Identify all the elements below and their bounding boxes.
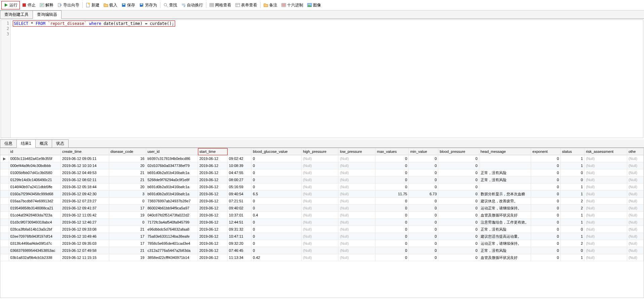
cell-blood_pressure[interactable]: 0	[438, 226, 479, 233]
cell-max_values[interactable]: 0	[375, 183, 409, 191]
cell-high_pressure[interactable]: (Null)	[301, 212, 338, 219]
cell-othe[interactable]: (Null)	[627, 205, 643, 212]
cell-risk_assessment[interactable]: (Null)	[585, 169, 627, 176]
cell-min_value[interactable]: 0	[409, 240, 438, 247]
cell-create_time[interactable]: 2019-06-12 04:49:53	[61, 169, 109, 176]
table-row[interactable]: 03b1a832af9b4cb1b23382019-06-12 11:15:15…	[0, 254, 644, 261]
cell-status[interactable]: 1	[560, 191, 584, 198]
cell-blood_pressure[interactable]: 0	[438, 155, 479, 162]
cell-rowmark[interactable]: 10:37:01	[228, 212, 251, 219]
cell-othe[interactable]: (Null)	[627, 198, 643, 205]
new-button[interactable]: 新建	[84, 1, 102, 9]
cell-id[interactable]: 01d3c9f0730949318abc4	[9, 219, 61, 226]
cell-exponent[interactable]: 0	[531, 247, 561, 254]
cell-othe[interactable]: (Null)	[627, 169, 643, 176]
cell-disease_code[interactable]: 0	[109, 219, 146, 226]
cell-blood_glucose_value[interactable]: 0	[251, 198, 301, 205]
cell-low_pressure[interactable]: (Null)	[338, 183, 375, 191]
cell-high_pressure[interactable]: (Null)	[301, 254, 338, 261]
cell-low_pressure[interactable]: (Null)	[338, 212, 375, 219]
cell-rowmark[interactable]: 08:00:27	[228, 176, 251, 183]
cell-exponent[interactable]: 0	[531, 155, 561, 162]
cell-disease_code[interactable]: 0	[109, 198, 146, 205]
cell-min_value[interactable]: 0	[409, 226, 438, 233]
cell-start_time[interactable]: 2019-06-12	[198, 198, 228, 205]
tab-query-editor[interactable]: 查询编辑器	[33, 10, 62, 19]
cell-max_values[interactable]: 0	[375, 226, 409, 233]
cell-disease_code[interactable]: 21	[109, 169, 146, 176]
cell-status[interactable]: 0	[560, 169, 584, 176]
cell-rowmark[interactable]: 07:46:45	[228, 247, 251, 254]
cell-id[interactable]: 0146f40b97a2411dbb5ffe	[9, 183, 61, 191]
cell-blood_pressure[interactable]: 0	[438, 169, 479, 176]
cell-status[interactable]: 2	[560, 198, 584, 205]
col-rowmark[interactable]	[0, 148, 9, 155]
cell-disease_code[interactable]: 17	[109, 205, 146, 212]
cell-user_id[interactable]: 02d1076b0a0347738ef79	[146, 162, 198, 169]
cell-blood_glucose_value[interactable]: 0	[251, 155, 301, 162]
cell-othe[interactable]: (Null)	[627, 233, 643, 240]
cell-create_time[interactable]: 2019-06-12 10:49:46	[61, 233, 109, 240]
cell-status[interactable]: 0	[560, 226, 584, 233]
cell-id[interactable]: 000ef44a9fc04c30bdbbb	[9, 162, 61, 169]
col-id[interactable]: id	[9, 148, 61, 155]
cell-disease_code[interactable]: 17	[109, 233, 146, 240]
cell-rowmark[interactable]	[0, 198, 9, 205]
cell-id[interactable]: 0003c11b482a41e9b355f	[9, 155, 61, 162]
cell-exponent[interactable]: 0	[531, 254, 561, 261]
cell-min_value[interactable]: 0	[409, 169, 438, 176]
cell-rowmark[interactable]: 09:02:42	[228, 155, 251, 162]
col-head_message[interactable]: head_message	[479, 148, 531, 155]
cell-low_pressure[interactable]: (Null)	[338, 205, 375, 212]
cell-rowmark[interactable]: 11:13:34	[228, 254, 251, 261]
cell-blood_pressure[interactable]: 0	[438, 254, 479, 261]
cell-user_id[interactable]: 3858ed22cfff4340971b14	[146, 254, 198, 261]
cell-disease_code[interactable]: 17	[109, 240, 146, 247]
cell-max_values[interactable]: 0	[375, 212, 409, 219]
cell-disease_code[interactable]: 3	[109, 191, 146, 198]
cell-disease_code[interactable]: 19	[109, 254, 146, 261]
col-low_pressure[interactable]: low_pressure	[338, 148, 375, 155]
cell-blood_glucose_value[interactable]: 0.4	[251, 212, 301, 219]
cell-risk_assessment[interactable]: (Null)	[585, 205, 627, 212]
cell-create_time[interactable]: 2019-06-12 08:02:11	[61, 176, 109, 183]
autowrap-button[interactable]: 自动换行	[179, 1, 205, 9]
explain-button[interactable]: 解释	[38, 1, 55, 9]
cell-rowmark[interactable]: 09:40:02	[228, 205, 251, 212]
cell-rowmark[interactable]	[0, 254, 9, 261]
cell-high_pressure[interactable]: (Null)	[301, 205, 338, 212]
cell-status[interactable]: 0	[560, 247, 584, 254]
cell-exponent[interactable]: 0	[531, 198, 561, 205]
table-row[interactable]: 01cd4af2f428483da7f23a2019-06-12 11:05:4…	[0, 212, 644, 219]
table-row[interactable]: 0160a7f29f43458c999d682019-06-12 09:42:3…	[0, 191, 644, 198]
cell-id[interactable]: 028ca3fbfa614b13a0c2bf	[9, 226, 61, 233]
cell-start_time[interactable]: 2019-06-12	[198, 254, 228, 261]
cell-othe[interactable]: (Null)	[627, 212, 643, 219]
cell-min_value[interactable]: 0	[409, 198, 438, 205]
cell-exponent[interactable]: 0	[531, 183, 561, 191]
cell-low_pressure[interactable]: (Null)	[338, 198, 375, 205]
cell-risk_assessment[interactable]: (Null)	[585, 176, 627, 183]
cell-start_time[interactable]: 2019-06-12	[198, 155, 228, 162]
cell-blood_pressure[interactable]: 0	[438, 219, 479, 226]
cell-user_id[interactable]: e96dbbdc5d764832afaa8	[146, 226, 198, 233]
cell-max_values[interactable]: 0	[375, 219, 409, 226]
cell-risk_assessment[interactable]: (Null)	[585, 233, 627, 240]
cell-id[interactable]: 01005bfbb07d41c3b0580	[9, 169, 61, 176]
cell-min_value[interactable]: 0	[409, 212, 438, 219]
cell-create_time[interactable]: 2019-06-12 09:05:11	[61, 155, 109, 162]
cell-exponent[interactable]: 0	[531, 176, 561, 183]
cell-max_values[interactable]: 0	[375, 162, 409, 169]
cell-exponent[interactable]: 0	[531, 233, 561, 240]
cell-user_id[interactable]: 7172fc3a4af540fa845799	[146, 219, 198, 226]
cell-start_time[interactable]: 2019-06-12	[198, 183, 228, 191]
cell-create_time[interactable]: 2019-06-12 09:42:30	[61, 191, 109, 198]
cell-low_pressure[interactable]: (Null)	[338, 226, 375, 233]
cell-head_message[interactable]: 血管及微循环状况良好	[479, 212, 531, 219]
cell-disease_code[interactable]: 21	[109, 226, 146, 233]
cell-rowmark[interactable]: 12:44:51	[228, 219, 251, 226]
cell-start_time[interactable]: 2019-06-12	[198, 240, 228, 247]
table-row[interactable]: ▶0003c11b482a41e9b355f2019-06-12 09:05:1…	[0, 155, 644, 162]
hex-button[interactable]: 十六进制	[279, 1, 305, 9]
cell-start_time[interactable]: 2019-06-12	[198, 226, 228, 233]
